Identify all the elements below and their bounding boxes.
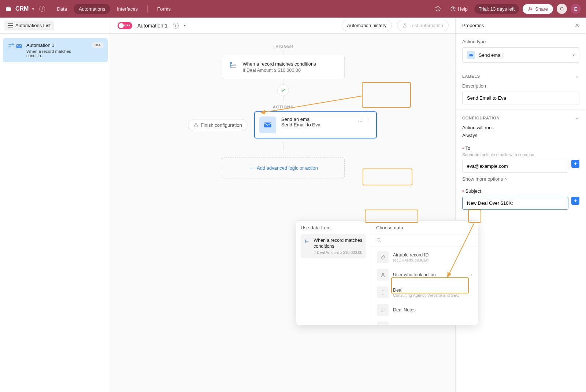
automation-card-title: Automation 1 — [26, 42, 89, 48]
option-icon — [377, 304, 389, 316]
app-topbar: CRM ▾ i Data Automations Interfaces Form… — [0, 0, 586, 18]
user-avatar[interactable]: E — [571, 4, 581, 14]
briefcase-icon — [5, 5, 12, 12]
step-check-icon — [277, 84, 289, 96]
svg-point-4 — [12, 44, 13, 45]
properties-header: Properties ✕ — [456, 18, 586, 33]
description-label: Description — [462, 83, 579, 89]
svg-rect-6 — [233, 64, 236, 66]
svg-point-5 — [230, 62, 231, 64]
popup-right-heading: Choose data — [371, 221, 478, 234]
close-properties-button[interactable]: ✕ — [575, 22, 579, 29]
top-nav: Data Automations Interfaces Forms — [52, 4, 176, 14]
option-icon — [377, 269, 389, 281]
trigger-node[interactable]: When a record matches conditions If Deal… — [222, 55, 345, 79]
history-icon[interactable] — [432, 4, 444, 14]
show-more-options-link[interactable]: Show more options › — [462, 176, 579, 182]
chevron-down-icon[interactable]: ▾ — [184, 23, 186, 27]
tab-interfaces[interactable]: Interfaces — [112, 4, 143, 14]
tab-data[interactable]: Data — [52, 4, 72, 14]
secondary-bar: Automations List OFF Automation 1 i ▾ Au… — [0, 18, 586, 34]
popup-step-sub: If Deal Amount ≥ $10,000.00 — [314, 250, 363, 255]
trigger-section-label: TRIGGER — [188, 44, 378, 48]
popup-step-title: When a record matches conditions — [314, 238, 363, 249]
automation-history-button[interactable]: Automation history — [342, 20, 392, 31]
mail-icon — [467, 51, 475, 59]
plus-icon: ＋ — [248, 164, 254, 171]
data-picker-popup: Use data from... When a record matches c… — [296, 220, 478, 325]
tab-forms[interactable]: Forms — [152, 4, 176, 14]
to-input[interactable] — [462, 160, 568, 173]
nav-divider — [147, 5, 148, 12]
add-action-button[interactable]: ＋ Add advanced logic or action — [222, 158, 345, 178]
chevron-down-icon: ▾ — [573, 53, 575, 57]
test-automation-button[interactable]: Test automation — [397, 20, 449, 31]
trigger-icon — [7, 42, 15, 50]
to-insert-token-button[interactable]: + — [571, 160, 579, 168]
action-run-label: Action will run... — [462, 125, 579, 130]
brand-block[interactable]: CRM ▾ i — [5, 5, 45, 12]
popup-left-heading: Use data from... — [301, 225, 366, 230]
popup-option[interactable]: User who took action› — [374, 266, 475, 284]
warning-icon — [193, 122, 199, 127]
description-input[interactable] — [462, 92, 579, 104]
configuration-section-header[interactable]: CONFIGURATION⌄ — [462, 115, 579, 121]
svg-rect-7 — [231, 67, 236, 68]
svg-line-14 — [379, 241, 381, 242]
drag-handle-icon[interactable]: ⋮⋮ — [361, 117, 371, 122]
automations-list-button[interactable]: Automations List — [4, 21, 54, 30]
svg-point-10 — [305, 240, 306, 241]
automation-toggle[interactable]: OFF — [118, 22, 132, 29]
info-icon[interactable]: i — [173, 23, 179, 29]
popup-option[interactable]: Airtable record IDrecDHXRhuoIl0Cjwl — [374, 248, 475, 266]
email-action-node[interactable]: Send an email Send Email to Eva ⋯ ⋮⋮ — [254, 111, 377, 138]
app-name: CRM — [15, 5, 29, 12]
labels-section-header[interactable]: LABELS⌄ — [462, 73, 579, 79]
to-help-text: Separate multiple emails with commas — [462, 152, 579, 157]
trial-badge[interactable]: Trial: 13 days left — [474, 4, 519, 14]
subject-insert-token-button[interactable]: + — [571, 197, 579, 205]
notifications-button[interactable] — [557, 4, 567, 14]
automation-card-status: OFF — [92, 42, 103, 48]
popup-option[interactable]: Owner› — [374, 319, 475, 325]
automation-card-subtitle: When a record matches conditio... — [26, 49, 89, 58]
svg-point-13 — [377, 238, 380, 241]
automation-card-icons — [7, 42, 23, 58]
trigger-node-subtitle: If Deal Amount ≥ $10,000.00 — [243, 68, 316, 73]
properties-panel: Action type Send email ▾ LABELS⌄ Descrip… — [456, 34, 586, 392]
automation-title[interactable]: Automation 1 — [137, 23, 168, 29]
popup-option[interactable]: DealConsulting Agency Website and SEO — [374, 284, 475, 301]
share-button[interactable]: Share — [523, 4, 553, 14]
subject-input[interactable] — [462, 197, 568, 210]
canvas-header: OFF Automation 1 i ▾ Automation history … — [111, 18, 456, 33]
automations-sidebar: Automation 1 When a record matches condi… — [0, 34, 111, 392]
popup-search-input[interactable] — [371, 234, 478, 247]
svg-rect-11 — [307, 241, 309, 242]
conditions-icon — [304, 238, 310, 246]
chevron-down-icon: ▾ — [32, 7, 34, 11]
topbar-right: Help Trial: 13 days left Share E — [432, 4, 581, 14]
automation-card[interactable]: Automation 1 When a record matches condi… — [3, 38, 108, 62]
actions-section-label: ACTIONS — [273, 105, 294, 109]
info-icon[interactable]: i — [39, 6, 45, 12]
finish-configuration-button[interactable]: Finish configuration — [188, 119, 248, 131]
popup-option[interactable]: Deal Notes — [374, 301, 475, 319]
svg-point-2 — [529, 7, 531, 9]
subject-label: Subject — [466, 188, 481, 194]
automation-canvas[interactable]: TRIGGER When a record matches conditions… — [111, 34, 456, 392]
email-node-title: Send an email — [281, 117, 320, 122]
flask-icon — [403, 23, 407, 28]
svg-rect-12 — [306, 243, 309, 243]
svg-point-3 — [531, 8, 532, 9]
help-link[interactable]: Help — [448, 4, 471, 14]
trigger-node-title: When a record matches conditions — [243, 61, 316, 67]
popup-step-trigger[interactable]: When a record matches conditions If Deal… — [301, 234, 366, 258]
action-type-select[interactable]: Send email ▾ — [462, 47, 579, 63]
popup-left-pane: Use data from... When a record matches c… — [296, 221, 371, 325]
mail-icon — [259, 117, 276, 133]
email-node-subtitle: Send Email to Eva — [281, 122, 320, 127]
tab-automations[interactable]: Automations — [74, 4, 110, 14]
popup-option-list: Airtable record IDrecDHXRhuoIl0CjwlUser … — [371, 247, 478, 325]
search-icon — [376, 237, 381, 243]
svg-point-15 — [382, 273, 383, 274]
